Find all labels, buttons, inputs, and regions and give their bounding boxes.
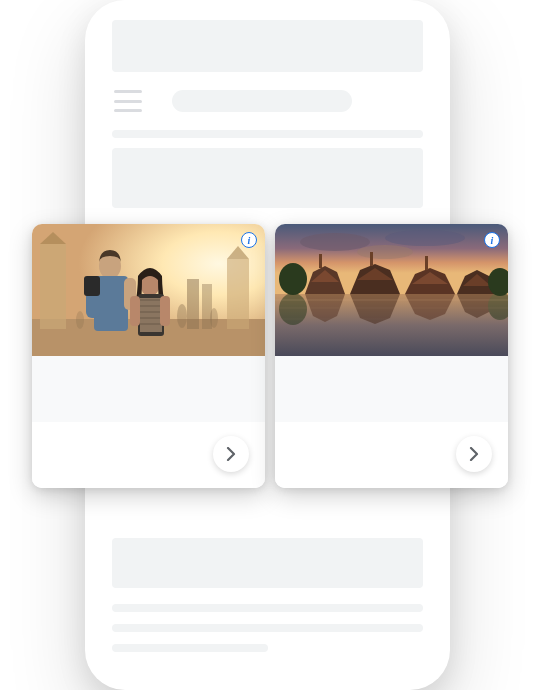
svg-point-43 — [279, 293, 307, 325]
card-body — [32, 356, 265, 488]
chevron-right-icon — [226, 447, 236, 461]
svg-rect-17 — [160, 296, 170, 326]
next-button[interactable] — [456, 436, 492, 472]
svg-point-37 — [279, 263, 307, 295]
svg-point-23 — [385, 230, 465, 246]
ad-cards-carousel: i — [32, 224, 508, 488]
line-skeleton — [112, 624, 423, 632]
line-skeleton-short — [112, 644, 268, 652]
info-icon[interactable]: i — [241, 232, 257, 248]
header-skeleton — [112, 20, 423, 72]
menu-row — [114, 90, 421, 112]
svg-point-20 — [76, 311, 84, 329]
svg-rect-34 — [425, 256, 428, 270]
ad-image: i — [275, 224, 508, 356]
ad-card[interactable]: i — [275, 224, 508, 488]
ad-image: i — [32, 224, 265, 356]
svg-rect-12 — [84, 276, 100, 296]
svg-rect-16 — [130, 296, 140, 326]
svg-rect-15 — [140, 298, 162, 332]
svg-rect-28 — [319, 254, 322, 268]
svg-rect-6 — [187, 279, 199, 329]
bottom-skeleton-group — [112, 538, 423, 652]
svg-rect-31 — [370, 252, 373, 266]
svg-point-24 — [357, 245, 413, 259]
card-body — [275, 356, 508, 488]
hamburger-menu-icon[interactable] — [114, 90, 142, 112]
svg-point-18 — [177, 304, 187, 328]
content-skeleton — [112, 148, 423, 208]
svg-rect-4 — [227, 259, 249, 329]
line-skeleton — [112, 130, 423, 138]
svg-point-19 — [210, 308, 218, 328]
svg-point-22 — [300, 233, 370, 251]
chevron-right-icon — [469, 447, 479, 461]
line-skeleton — [112, 604, 423, 612]
info-icon[interactable]: i — [484, 232, 500, 248]
ad-card[interactable]: i — [32, 224, 265, 488]
block-skeleton — [112, 538, 423, 588]
title-skeleton — [172, 90, 352, 112]
svg-rect-2 — [40, 244, 66, 329]
next-button[interactable] — [213, 436, 249, 472]
